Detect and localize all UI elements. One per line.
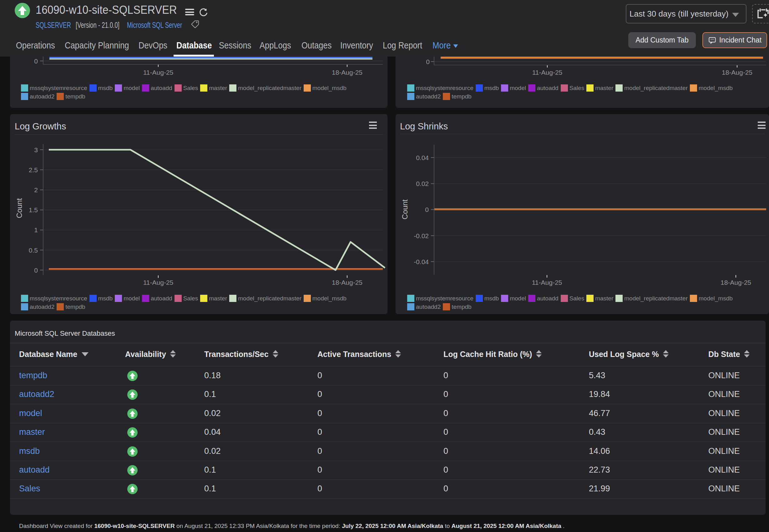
svg-text:0.02: 0.02 (416, 180, 429, 187)
svg-text:18-Aug-25: 18-Aug-25 (721, 279, 751, 286)
svg-text:0: 0 (426, 58, 430, 65)
svg-text:11-Aug-25: 11-Aug-25 (143, 279, 173, 286)
svg-text:Count: Count (15, 198, 23, 218)
svg-text:0: 0 (34, 58, 38, 65)
svg-text:-0.02: -0.02 (414, 232, 429, 239)
svg-text:2.5: 2.5 (29, 166, 38, 173)
svg-text:0: 0 (425, 206, 429, 213)
svg-text:18-Aug-25: 18-Aug-25 (332, 279, 362, 286)
svg-text:2: 2 (34, 186, 38, 193)
svg-text:-0.04: -0.04 (414, 258, 429, 265)
svg-text:3: 3 (34, 146, 38, 153)
svg-text:1.5: 1.5 (29, 206, 38, 213)
svg-text:11-Aug-25: 11-Aug-25 (532, 69, 563, 76)
svg-text:18-Aug-25: 18-Aug-25 (722, 69, 752, 76)
svg-text:18-Aug-25: 18-Aug-25 (332, 69, 362, 76)
svg-text:1: 1 (34, 226, 38, 233)
svg-text:0.5: 0.5 (29, 247, 38, 254)
svg-text:Count: Count (401, 199, 409, 219)
svg-text:11-Aug-25: 11-Aug-25 (532, 279, 562, 286)
svg-text:0: 0 (34, 267, 38, 274)
svg-text:11-Aug-25: 11-Aug-25 (143, 69, 173, 76)
svg-text:0.04: 0.04 (416, 154, 429, 161)
